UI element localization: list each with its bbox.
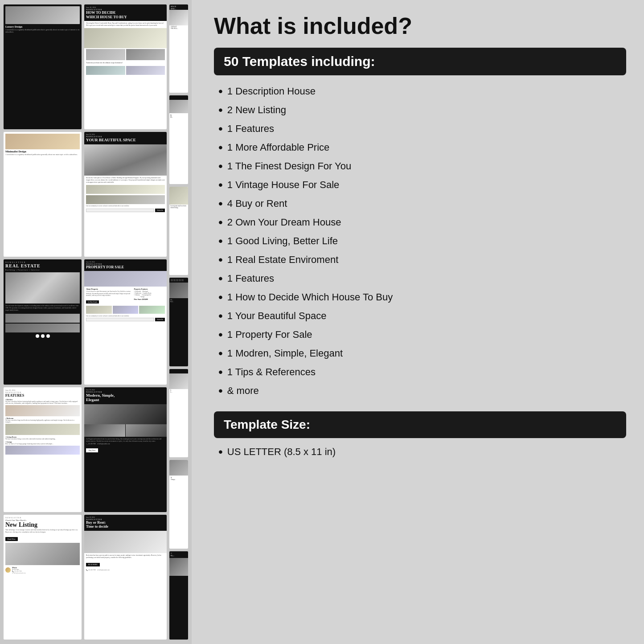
template-how-to-decide[interactable]: June 20, 2024 NEWSLETTER HOW TO DECIDEWH…: [84, 4, 167, 129]
avatar: [5, 567, 11, 573]
card-title: FEATURES: [5, 394, 80, 398]
card-image: [5, 6, 80, 24]
list-item: 1 Modren, Simple, Elegant: [218, 346, 626, 361]
newsletter-label: NEWSLETTER: [5, 261, 80, 263]
card-image: [5, 405, 80, 416]
feature-item-1-text: We have a modern kitchen featuring high-…: [5, 401, 80, 404]
template-col-center: June 20, 2024 NEWSLETTER HOW TO DECIDEWH…: [84, 4, 167, 640]
card-body: Our real estate development company is a…: [5, 305, 80, 312]
card-description: A newsletter is a regularly distributed …: [5, 29, 80, 33]
template-modern-simple-elegant[interactable]: June 20, 2024 NEWSLETTER Modern, Simple,…: [84, 387, 167, 512]
card-title: New Listing: [5, 521, 80, 528]
templates-list: 1 Description House2 New Listing1 Featur…: [214, 84, 626, 398]
person-info: Maria Real Estate 📞 123-456-7890 ✉ hello…: [5, 566, 80, 574]
list-item: 1 Property For Sale: [218, 328, 626, 342]
size-item: US LETTER (8.5 x 11 in): [218, 445, 626, 459]
template-property-for-sale[interactable]: June 20, 2024 NEWSLETTER PROPERTY FOR SA…: [84, 259, 167, 384]
template-grid: Luxury Design A newsletter is a regularl…: [4, 4, 188, 640]
template-thumb-3[interactable]: Lorem ipsum small text block content lis…: [169, 187, 188, 275]
template-size-section: Template Size: US LETTER (8.5 x 11 in): [214, 411, 626, 459]
card-description: A newsletter is a regularly distributed …: [5, 153, 80, 156]
template-minimal-design[interactable]: Minimalist Design A newsletter is a regu…: [4, 132, 82, 257]
template-size-list: US LETTER (8.5 x 11 in): [214, 445, 626, 459]
card-title: Minimalist Design: [5, 150, 80, 153]
card-image-3: [5, 446, 80, 455]
template-thumb-4[interactable]: ⬛⬛⬛⬛⬛ Mo...Real...: [169, 278, 188, 366]
card-image: [5, 134, 80, 149]
list-item: 1 Vintage House For Sale: [218, 178, 626, 192]
card-image: [5, 272, 80, 304]
template-new-listing[interactable]: NEWSLETTER Check Out This Week's New Lis…: [4, 515, 82, 640]
feature-item-3-text: We have a modern living room with comfor…: [5, 438, 80, 440]
left-panel: Luxury Design A newsletter is a regularl…: [0, 0, 192, 644]
list-item: & more: [218, 384, 626, 398]
card-image: [5, 543, 80, 565]
template-thumb-5[interactable]: NG...: [169, 369, 188, 457]
list-item: 1 Tips & References: [218, 365, 626, 379]
template-features[interactable]: June 20, 2024 NEWSLETTER FEATURES • Kitc…: [4, 387, 82, 512]
card-image-2: [5, 424, 80, 435]
page-title: What is included?: [214, 13, 626, 39]
template-thumb-2[interactable]: N RE...: [169, 95, 188, 184]
templates-section-header: 50 Templates including:: [214, 48, 626, 75]
template-col-right: SPACESPEC... CONTACTTHE DEAL... N RE... …: [169, 4, 188, 640]
list-item: 1 Your Beautiful Space: [218, 309, 626, 323]
list-item: 1 How to Decide Which House To Buy: [218, 290, 626, 304]
template-thumb-6[interactable]: V Vintage...: [169, 460, 188, 548]
feature-item-4-text: Here we have a 3-car large garage featur…: [5, 443, 80, 445]
template-real-estate[interactable]: NEWSLETTER REAL ESTATE Building | Furnit…: [4, 259, 82, 384]
template-size-header: Template Size:: [214, 411, 626, 438]
card-body: Take advantage of our strategic location…: [5, 529, 80, 533]
newsletter-label: NEWSLETTER: [5, 517, 80, 519]
template-col-left: Luxury Design A newsletter is a regularl…: [4, 4, 82, 640]
list-item: 1 More Affordable Price: [218, 140, 626, 155]
template-beautiful-space[interactable]: June 20, 2024 NEWSLETTER YOUR BEAUTIFUL …: [84, 132, 167, 257]
card-subtitle: Building | Furniture | Interior: [5, 269, 80, 271]
list-item: 1 Features: [218, 122, 626, 136]
template-buy-or-rent-time[interactable]: June 20, 2024 NEWSLETTER Buy or Rent:Tim…: [84, 515, 167, 640]
list-item: 2 New Listing: [218, 103, 626, 117]
card-title: REAL ESTATE: [5, 263, 80, 268]
list-item: 1 Good Living, Better Life: [218, 234, 626, 248]
template-thumb-1[interactable]: SPACESPEC... CONTACTTHE DEAL...: [169, 4, 188, 93]
list-item: 4 Buy or Rent: [218, 197, 626, 211]
card-title: Luxury Design: [5, 25, 80, 28]
right-panel: What is included? 50 Templates including…: [192, 0, 644, 644]
list-item: 1 The Finest Design For You: [218, 159, 626, 173]
template-thumb-7[interactable]: N G...: [169, 551, 188, 640]
read-more-button[interactable]: Read More: [5, 537, 18, 541]
list-item: 1 Features: [218, 271, 626, 286]
list-item: 1 Real Estate Enviroment: [218, 253, 626, 267]
feature-item-2-text: We have a modern king-sized bedroom feat…: [5, 419, 80, 423]
list-item: 2 Own Your Dream House: [218, 215, 626, 230]
list-item: 1 Description House: [218, 84, 626, 98]
person-details: Maria Real Estate 📞 123-456-7890 ✉ hello…: [12, 566, 26, 574]
template-luxury-design[interactable]: Luxury Design A newsletter is a regularl…: [4, 4, 82, 129]
